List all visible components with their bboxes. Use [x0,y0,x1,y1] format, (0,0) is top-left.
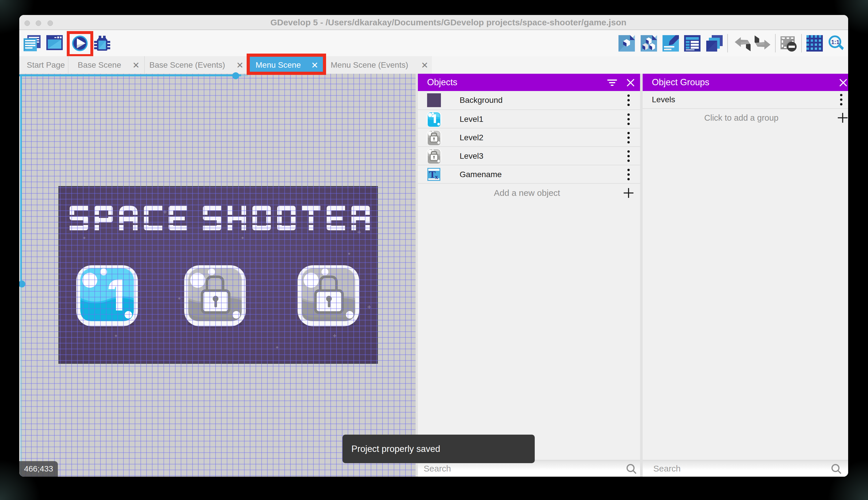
svg-text:1:1: 1:1 [831,39,840,45]
svg-text:x: x [435,173,438,180]
